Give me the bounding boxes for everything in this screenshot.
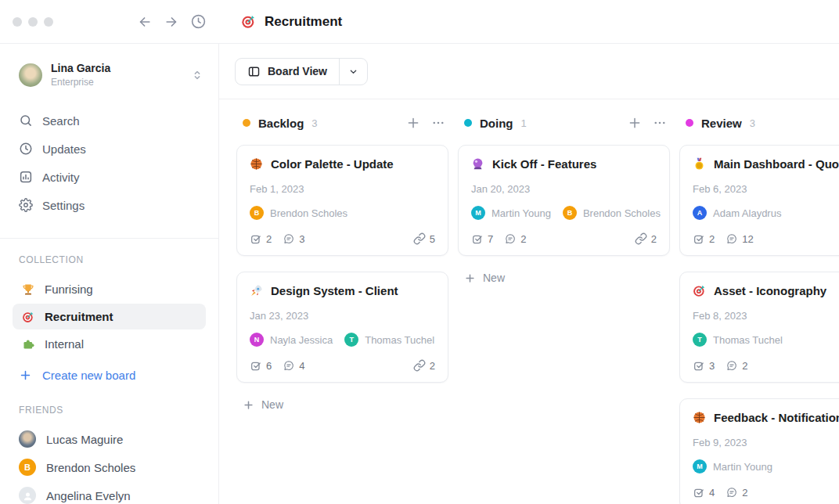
comments-item: 2 xyxy=(726,486,747,499)
link-icon xyxy=(635,232,647,245)
comments-count: 2 xyxy=(520,233,526,245)
profile-avatar xyxy=(19,63,42,87)
new-card-label: New xyxy=(261,398,283,411)
column-menu-icon[interactable] xyxy=(431,116,445,130)
board-item-label: Recruitment xyxy=(45,310,113,323)
create-new-board-button[interactable]: Create new board xyxy=(0,361,218,389)
window-control-dot[interactable] xyxy=(28,17,38,27)
friend-brendon-scholes[interactable]: B Brendon Scholes xyxy=(0,453,218,481)
card-title: Feedback - Notification xyxy=(714,411,839,424)
sidebar-item-settings[interactable]: Settings xyxy=(0,191,218,219)
back-arrow-icon[interactable] xyxy=(136,13,153,31)
card-assignees: AAdam Alaydrus xyxy=(693,206,839,220)
task-card[interactable]: Color Palette - Update Feb 1, 2023 BBren… xyxy=(236,145,448,256)
card-emoji-icon xyxy=(693,411,706,424)
comment-icon xyxy=(726,486,738,499)
links-count: 5 xyxy=(430,233,435,245)
add-card-icon[interactable] xyxy=(628,116,642,130)
column-count: 3 xyxy=(750,117,755,129)
comment-icon xyxy=(283,232,295,245)
expand-chevrons-icon[interactable] xyxy=(190,68,204,82)
board-columns: Backlog 3 Color Palette - Update Feb 1, … xyxy=(219,99,839,504)
assignee-name: Brendon Scholes xyxy=(270,207,347,219)
tasks-count: 7 xyxy=(488,233,493,245)
checklist-icon xyxy=(693,486,705,499)
assignee: AAdam Alaydrus xyxy=(693,206,781,220)
checklist-icon xyxy=(693,359,705,372)
sidebar-item-activity[interactable]: Activity xyxy=(0,163,218,191)
tasks-item: 2 xyxy=(693,232,715,245)
column-status-dot xyxy=(243,119,250,127)
column-menu-icon[interactable] xyxy=(653,116,667,130)
page-title: Recruitment xyxy=(265,14,342,30)
window-controls xyxy=(13,17,53,27)
assignee: BBrendon Scholes xyxy=(250,206,347,220)
comments-count: 12 xyxy=(742,233,753,245)
profile-plan: Enterprise xyxy=(51,77,110,88)
new-card-button[interactable]: New xyxy=(458,272,670,284)
forward-arrow-icon[interactable] xyxy=(163,13,180,31)
tasks-count: 3 xyxy=(709,360,715,372)
board-view-button[interactable]: Board View xyxy=(235,58,368,85)
sidebar-board-recruitment[interactable]: Recruitment xyxy=(13,304,206,329)
task-card[interactable]: Design System - Client Jan 23, 2023 NNay… xyxy=(236,272,448,383)
assignee-name: Martin Young xyxy=(492,207,551,219)
links-item: 5 xyxy=(413,232,435,245)
card-emoji-icon xyxy=(693,284,706,297)
window-control-dot[interactable] xyxy=(44,17,53,27)
card-footer: 3 2 xyxy=(693,359,839,372)
add-card-icon[interactable] xyxy=(406,116,420,130)
sidebar-item-updates[interactable]: Updates xyxy=(0,135,218,163)
profile-name: Lina Garcia xyxy=(51,62,110,74)
friend-name: Lucas Maguire xyxy=(46,433,123,446)
view-dropdown-caret[interactable] xyxy=(339,59,367,85)
new-card-button[interactable]: New xyxy=(236,398,448,411)
friend-angelina-evelyn[interactable]: Angelina Evelyn xyxy=(0,481,218,504)
card-title: Kick Off - Features xyxy=(492,157,596,171)
friend-lucas-maguire[interactable]: Lucas Maguire xyxy=(0,425,218,453)
sidebar-item-search[interactable]: Search xyxy=(0,106,218,135)
board-title-icon xyxy=(241,14,256,29)
comment-icon xyxy=(504,232,517,245)
card-title: Main Dashboard - Quote xyxy=(714,157,839,171)
sidebar-board-internal[interactable]: Internal xyxy=(13,331,206,357)
task-card[interactable]: Asset - Iconography Feb 8, 2023 TThomas … xyxy=(679,272,839,383)
board-item-label: Internal xyxy=(45,337,84,351)
assignee-avatar: B xyxy=(250,206,264,220)
card-emoji-icon xyxy=(250,284,263,297)
sidebar: Lina Garcia Enterprise Search Updates Ac… xyxy=(0,44,219,504)
task-card[interactable]: Kick Off - Features Jan 20, 2023 MMartin… xyxy=(458,145,670,256)
tasks-item: 7 xyxy=(471,232,493,245)
tasks-count: 6 xyxy=(266,360,272,372)
friends-section-label: FRIENDS xyxy=(0,389,218,425)
avatar: B xyxy=(19,459,36,476)
tasks-item: 2 xyxy=(250,232,272,245)
trophy-emoji-icon xyxy=(22,283,34,296)
comments-count: 4 xyxy=(299,360,304,372)
kanban-column: Doing 1 Kick Off - Features Jan 20, 2023… xyxy=(458,114,670,504)
profile-switcher[interactable]: Lina Garcia Enterprise xyxy=(0,62,218,88)
sidebar-item-label: Activity xyxy=(42,171,80,184)
card-footer: 7 2 2 xyxy=(471,232,657,245)
assignee-avatar: T xyxy=(344,333,358,347)
view-toolbar: Board View xyxy=(219,44,839,99)
task-card[interactable]: Main Dashboard - Quote Feb 6, 2023 AAdam… xyxy=(679,145,839,256)
task-card[interactable]: Feedback - Notification Feb 9, 2023 MMar… xyxy=(679,398,839,504)
column-name: Review xyxy=(701,117,742,130)
assignee: NNayla Jessica xyxy=(250,333,333,347)
assignee-name: Adam Alaydrus xyxy=(713,207,781,219)
history-clock-icon[interactable] xyxy=(189,13,207,31)
activity-icon xyxy=(19,170,33,184)
column-count: 1 xyxy=(521,117,527,129)
card-date: Feb 8, 2023 xyxy=(693,310,839,322)
assignee-name: Thomas Tuchel xyxy=(713,334,783,346)
column-header: Backlog 3 xyxy=(236,114,448,131)
create-new-board-label: Create new board xyxy=(42,369,135,382)
sidebar-board-funrising[interactable]: Funrising xyxy=(13,276,206,302)
friend-name: Angelina Evelyn xyxy=(46,489,131,502)
board-item-label: Funrising xyxy=(45,283,93,296)
assignee-avatar: B xyxy=(563,206,577,220)
checklist-icon xyxy=(471,232,484,245)
column-header: Review 3 xyxy=(679,114,839,131)
window-control-dot[interactable] xyxy=(13,17,22,27)
